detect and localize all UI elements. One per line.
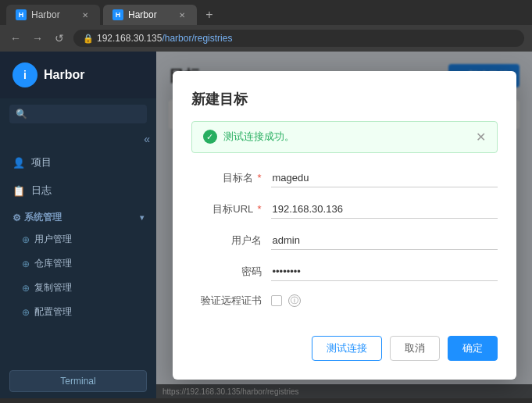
- sidebar-nav: 👤 项目 📋 日志 ⚙ 系统管理 ▾ ⊕ 用户管理 ⊕ 仓库管理 ⊕: [0, 148, 156, 364]
- required-indicator-url: *: [257, 203, 261, 215]
- tab-1[interactable]: H Harbor ✕: [6, 5, 100, 25]
- forward-button[interactable]: →: [30, 30, 45, 46]
- sidebar-logo: i Harbor: [0, 52, 156, 98]
- field-password-label: 密码: [191, 265, 262, 279]
- sidebar-search-input[interactable]: [9, 105, 147, 123]
- field-password-input[interactable]: [271, 262, 498, 281]
- registry-mgmt-icon: ⊕: [22, 259, 30, 269]
- field-username-input[interactable]: [271, 231, 498, 250]
- checkbox-row: 验证远程证书 ⓘ: [191, 294, 498, 308]
- user-mgmt-icon: ⊕: [22, 234, 30, 245]
- logo-icon: i: [12, 62, 37, 87]
- field-url-label: 目标URL *: [191, 202, 262, 216]
- field-name-input[interactable]: [271, 169, 498, 187]
- field-url-input[interactable]: [271, 200, 498, 219]
- url-bar[interactable]: 🔒 192.168.30.135/harbor/registries: [73, 30, 524, 47]
- verify-cert-checkbox[interactable]: [271, 295, 282, 306]
- browser-chrome: H Harbor ✕ H Harbor ✕ + ← → ↺ 🔒 192.168.…: [0, 0, 532, 52]
- config-icon: ⊕: [22, 307, 30, 318]
- sidebar-item-registry-label: 仓库管理: [34, 257, 72, 270]
- field-password-row: 密码: [191, 262, 498, 281]
- sidebar-item-config-label: 配置管理: [34, 305, 72, 319]
- sidebar-item-logs[interactable]: 📋 日志: [0, 177, 156, 205]
- sidebar-item-user-label: 用户管理: [34, 233, 72, 246]
- field-username-label: 用户名: [191, 234, 262, 248]
- main-content: 目标 + 新建目标 名称目标URL用户名创建时间 新建目标 ✓ 测试连接成功。 …: [156, 52, 532, 398]
- sidebar-item-replication-label: 复制管理: [34, 281, 72, 294]
- sidebar-section-admin: ⚙ 系统管理 ▾: [0, 205, 156, 227]
- tab-2[interactable]: H Harbor ✕: [103, 5, 197, 25]
- field-name-label: 目标名 *: [191, 171, 262, 185]
- terminal-button[interactable]: Terminal: [9, 370, 147, 392]
- logs-icon: 📋: [12, 185, 25, 197]
- tab-1-close[interactable]: ✕: [80, 9, 91, 20]
- cancel-button[interactable]: 取消: [390, 336, 440, 361]
- url-text: 192.168.30.135/harbor/registries: [97, 33, 232, 44]
- refresh-button[interactable]: ↺: [52, 30, 67, 46]
- sidebar-search-area: [0, 98, 156, 130]
- field-username-row: 用户名: [191, 231, 498, 250]
- sidebar-item-registry-management[interactable]: ⊕ 仓库管理: [0, 251, 156, 276]
- section-arrow: ▾: [140, 213, 144, 222]
- tab-2-close[interactable]: ✕: [177, 9, 187, 20]
- replication-icon: ⊕: [22, 283, 30, 294]
- modal-title: 新建目标: [191, 90, 498, 109]
- tab-2-favicon: H: [112, 9, 123, 20]
- field-name-row: 目标名 *: [191, 169, 498, 187]
- success-close-button[interactable]: ✕: [476, 130, 486, 144]
- tab-2-label: Harbor: [128, 9, 157, 20]
- info-icon[interactable]: ⓘ: [288, 294, 301, 307]
- logo-text: Harbor: [44, 68, 84, 82]
- projects-icon: 👤: [12, 157, 25, 169]
- section-icon: ⚙: [12, 212, 21, 223]
- success-message: 测试连接成功。: [223, 130, 295, 144]
- modal-dialog: 新建目标 ✓ 测试连接成功。 ✕ 目标名 *: [173, 71, 516, 380]
- confirm-button[interactable]: 确定: [448, 336, 498, 361]
- collapse-button[interactable]: «: [0, 130, 156, 148]
- success-check-icon: ✓: [203, 130, 217, 144]
- address-bar: ← → ↺ 🔒 192.168.30.135/harbor/registries: [0, 25, 532, 52]
- modal-overlay: 新建目标 ✓ 测试连接成功。 ✕ 目标名 *: [156, 52, 532, 398]
- page-content: i Harbor « 👤 项目 📋 日志 ⚙ 系统管理 ▾: [0, 52, 532, 398]
- test-connection-button[interactable]: 测试连接: [312, 336, 382, 361]
- sidebar-item-config[interactable]: ⊕ 配置管理: [0, 300, 156, 324]
- new-tab-button[interactable]: +: [200, 5, 219, 24]
- tab-1-favicon: H: [16, 9, 27, 20]
- sidebar-item-replication[interactable]: ⊕ 复制管理: [0, 276, 156, 300]
- sidebar: i Harbor « 👤 项目 📋 日志 ⚙ 系统管理 ▾: [0, 52, 156, 398]
- checkbox-label: 验证远程证书: [191, 294, 262, 308]
- field-url-row: 目标URL *: [191, 200, 498, 219]
- sidebar-item-user-management[interactable]: ⊕ 用户管理: [0, 227, 156, 251]
- modal-footer: 测试连接 取消 确定: [191, 326, 498, 361]
- section-label: 系统管理: [24, 211, 62, 224]
- tab-1-label: Harbor: [31, 9, 60, 20]
- lock-icon: 🔒: [83, 34, 94, 44]
- checkbox-area: ⓘ: [271, 294, 301, 307]
- sidebar-item-logs-label: 日志: [31, 184, 52, 198]
- tab-bar: H Harbor ✕ H Harbor ✕ +: [0, 0, 532, 25]
- required-indicator: *: [257, 172, 261, 184]
- success-banner: ✓ 测试连接成功。 ✕: [191, 121, 498, 153]
- sidebar-item-projects-label: 项目: [31, 155, 52, 169]
- sidebar-item-projects[interactable]: 👤 项目: [0, 148, 156, 177]
- back-button[interactable]: ←: [8, 30, 23, 46]
